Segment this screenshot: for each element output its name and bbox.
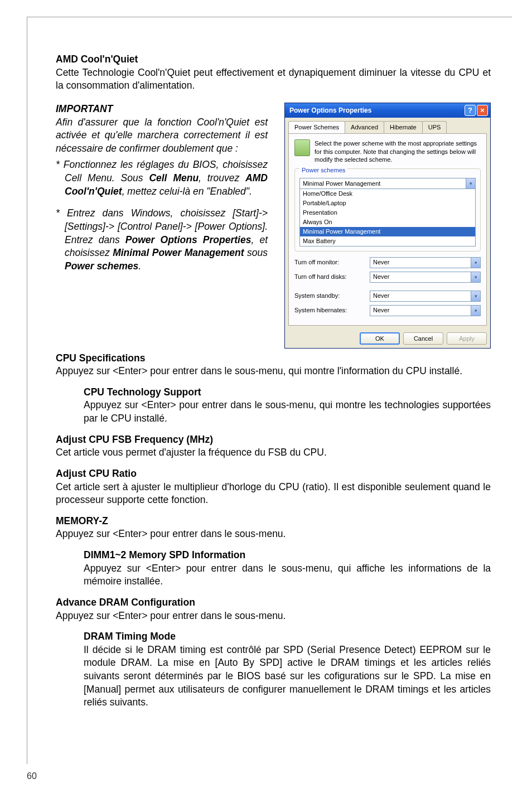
title-bar-controls: ? × [465, 105, 488, 116]
power-schemes-fieldset: Power schemes Minimal Power Management ▾… [294, 168, 481, 251]
heading-amd-cnq: AMD Cool'n'Quiet [56, 53, 491, 66]
heading-important: IMPORTANT [56, 103, 268, 116]
disks-label: Turn off hard disks: [294, 273, 370, 281]
setting-standby: System standby: Never ▾ [294, 291, 481, 302]
standby-label: System standby: [294, 292, 370, 300]
dialog-intro-text: Select the power scheme with the most ap… [315, 139, 481, 165]
power-schemes-legend: Power schemes [299, 166, 347, 175]
scheme-option[interactable]: Home/Office Desk [300, 189, 475, 199]
close-button[interactable]: × [477, 105, 488, 116]
standby-value: Never [373, 292, 389, 300]
hibernate-select[interactable]: Never ▾ [370, 305, 481, 316]
heading-dram-timing: DRAM Timing Mode [84, 630, 491, 644]
important-intro: Afin d'assurer que la fonction Cool'n'Qu… [56, 116, 268, 156]
dialog-title-bar[interactable]: Power Options Properties ? × [285, 103, 490, 118]
power-scheme-dropdown: Home/Office Desk Portable/Laptop Present… [299, 189, 476, 246]
power-scheme-select[interactable]: Minimal Power Management ▾ [299, 178, 476, 189]
imp1-e: , mettez celui-là en "Enabled". [122, 186, 252, 197]
cancel-button[interactable]: Cancel [403, 332, 443, 345]
imp2-g: . [138, 260, 141, 272]
imp1-b: Cell Menu [149, 172, 199, 183]
scheme-option[interactable]: Max Battery [300, 236, 475, 246]
monitor-value: Never [373, 258, 389, 267]
disks-value: Never [373, 273, 389, 281]
body-dimm: Appuyez sur <Enter> pour entrer dans le … [84, 562, 491, 588]
body-ratio: Cet article sert à ajuster le multiplieu… [56, 481, 491, 507]
chevron-down-icon[interactable]: ▾ [471, 291, 480, 301]
power-options-dialog: Power Options Properties ? × Power Schem… [284, 103, 491, 349]
tab-power-schemes[interactable]: Power Schemes [288, 121, 345, 133]
body-memz: Appuyez sur <Enter> pour entrer dans le … [56, 528, 491, 541]
apply-button[interactable]: Apply [447, 332, 487, 345]
body-cpu-tech: Appuyez sur <Enter> pour entrer dans le … [84, 399, 491, 425]
power-scheme-value: Minimal Power Management [303, 180, 380, 188]
scheme-option[interactable]: Presentation [300, 208, 475, 217]
scheme-option-selected[interactable]: Minimal Power Management [300, 227, 475, 236]
body-dram-cfg: Appuyez sur <Enter> pour entrer dans le … [56, 610, 491, 623]
hibernate-label: System hibernates: [294, 306, 370, 315]
heading-memz: MEMORY-Z [56, 515, 491, 528]
monitor-label: Turn off monitor: [294, 258, 370, 267]
chevron-down-icon[interactable]: ▾ [471, 258, 480, 268]
chevron-down-icon[interactable]: ▾ [466, 178, 475, 188]
disks-select[interactable]: Never ▾ [370, 272, 481, 283]
imp2-e: sous [244, 247, 268, 258]
heading-cpu-tech: CPU Technology Support [84, 386, 491, 399]
dialog-tab-body: Select the power scheme with the most ap… [288, 133, 487, 326]
body-dram-timing: Il décide si le DRAM timing est contrôlé… [84, 644, 491, 709]
important-column: IMPORTANT Afin d'assurer que la fonction… [56, 103, 268, 273]
setting-disks: Turn off hard disks: Never ▾ [294, 272, 481, 283]
tab-hibernate[interactable]: Hibernate [384, 121, 423, 133]
dialog-intro-row: Select the power scheme with the most ap… [294, 139, 481, 165]
heading-dimm: DIMM1~2 Memory SPD Information [84, 549, 491, 562]
setting-hibernate: System hibernates: Never ▾ [294, 305, 481, 316]
dialog-buttons: OK Cancel Apply [285, 329, 490, 348]
heading-dram-cfg: Advance DRAM Configuration [56, 596, 491, 610]
hibernate-value: Never [373, 306, 389, 315]
battery-icon [294, 139, 310, 156]
setting-monitor: Turn off monitor: Never ▾ [294, 257, 481, 268]
scheme-option[interactable]: Always On [300, 217, 475, 227]
imp2-f: Power schemes [65, 260, 138, 272]
body-cpu-spec: Appuyez sur <Enter> pour entrer dans le … [56, 365, 491, 378]
dialog-tabs: Power Schemes Advanced Hibernate UPS [285, 118, 490, 133]
scheme-option[interactable]: Portable/Laptop [300, 199, 475, 208]
imp1-c: , trouvez [199, 172, 245, 183]
tab-ups[interactable]: UPS [422, 121, 447, 133]
dialog-column: Power Options Properties ? × Power Schem… [284, 103, 491, 349]
page-content: AMD Cool'n'Quiet Cette Technologie Cool'… [56, 53, 491, 709]
chevron-down-icon[interactable]: ▾ [471, 306, 480, 316]
dialog-title: Power Options Properties [289, 106, 465, 115]
heading-fsb: Adjust CPU FSB Frequency (MHz) [56, 433, 491, 447]
ok-button[interactable]: OK [360, 332, 400, 345]
imp2-b: Power Options Properties [125, 234, 252, 245]
imp2-d: Minimal Power Management [113, 247, 244, 258]
body-fsb: Cet article vous permet d'ajuster la fré… [56, 446, 491, 460]
heading-cpu-spec: CPU Specifications [56, 352, 491, 365]
body-amd-cnq: Cette Technologie Cool'n'Quiet peut effe… [56, 66, 491, 93]
help-button[interactable]: ? [465, 105, 476, 116]
heading-ratio: Adjust CPU Ratio [56, 467, 491, 481]
page-number: 60 [27, 771, 37, 781]
chevron-down-icon[interactable]: ▾ [471, 272, 480, 282]
important-item-1: * Fonctionnez les réglages du BIOS, choi… [56, 158, 268, 198]
important-item-2: * Entrez dans Windows, choisissez [Start… [56, 207, 268, 273]
monitor-select[interactable]: Never ▾ [370, 257, 481, 268]
standby-select[interactable]: Never ▾ [370, 291, 481, 302]
tab-advanced[interactable]: Advanced [345, 121, 384, 133]
